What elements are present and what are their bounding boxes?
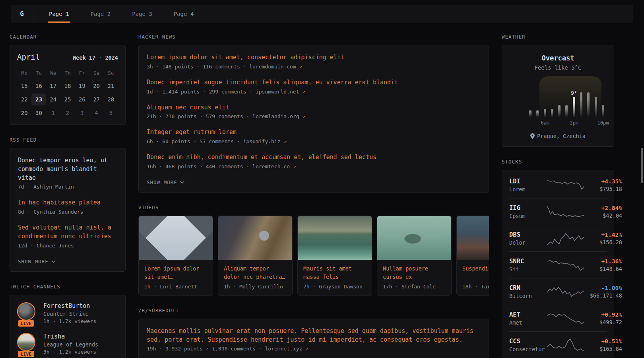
twitch-channel-row[interactable]: LIVEForrestBurtonCounter-Strike1h · 1.7k… bbox=[17, 302, 118, 324]
stock-row[interactable]: CCSConsectetur+0.51%$165.84 bbox=[509, 331, 607, 358]
weather-bars: 9° bbox=[529, 84, 604, 117]
video-title[interactable]: Aliquam tempor dolor nec pharetra… bbox=[224, 265, 287, 281]
hackernews-show-more-button[interactable]: SHOW MORE bbox=[147, 179, 184, 185]
video-title[interactable]: Mauris sit amet massa felis bbox=[303, 265, 366, 281]
twitch-avatar-wrap: LIVE bbox=[17, 302, 37, 324]
stock-name: Lorem bbox=[509, 186, 543, 193]
stock-row[interactable]: LDILorem+4.35%$795.18 bbox=[509, 172, 607, 198]
stock-identity: SNRCSit bbox=[509, 258, 543, 272]
stock-identity: LDILorem bbox=[509, 178, 543, 193]
stock-row[interactable]: DBSDolor+1.42%$156.28 bbox=[509, 225, 607, 251]
tab-page-3[interactable]: Page 3 bbox=[121, 5, 163, 23]
tab-page-1[interactable]: Page 1 bbox=[38, 5, 80, 23]
calendar-date[interactable]: 4 bbox=[89, 107, 103, 119]
calendar-date[interactable]: 26 bbox=[75, 93, 89, 105]
feed-item-title[interactable]: In hac habitasse platea bbox=[18, 198, 117, 207]
video-meta: 7h · Grayson Dawson bbox=[303, 284, 366, 290]
video-title[interactable]: Nullam posuere cursus ex bbox=[383, 265, 446, 281]
calendar-date[interactable]: 27 bbox=[89, 93, 103, 105]
stock-change: +4.35% bbox=[588, 178, 622, 185]
stock-change: +1.36% bbox=[588, 258, 622, 265]
rss-show-more-button[interactable]: SHOW MORE bbox=[18, 259, 56, 265]
calendar-date[interactable]: 1 bbox=[46, 107, 60, 119]
calendar-date[interactable]: 18 bbox=[60, 80, 75, 92]
video-title[interactable]: Lorem ipsum dolor sit amet consectetu… bbox=[144, 265, 207, 281]
calendar-date[interactable]: 24 bbox=[46, 93, 60, 105]
twitch-channel-name[interactable]: Trisha bbox=[43, 333, 98, 340]
stock-row[interactable]: IIGIpsum+2.84%$42.04 bbox=[509, 198, 607, 225]
feed-item-title[interactable]: Donec tempor eros leo, ut commodo mauris… bbox=[18, 156, 117, 182]
page-scrollbar-thumb[interactable] bbox=[641, 148, 643, 183]
feed-item-title[interactable]: Donec imperdiet augue tincidunt felis al… bbox=[147, 78, 481, 87]
tab-page-4[interactable]: Page 4 bbox=[163, 5, 205, 23]
weather-section: WEATHER Overcast Feels like 5°C 9° 6am2p… bbox=[502, 34, 614, 147]
external-link-icon: ↗ bbox=[283, 138, 287, 144]
feed-item-title[interactable]: Aliquam nec cursus elit bbox=[147, 103, 481, 112]
calendar-date[interactable]: 2 bbox=[60, 107, 75, 119]
stocks-widget: LDILorem+4.35%$795.18IIGIpsum+2.84%$42.0… bbox=[502, 170, 614, 358]
live-badge: LIVE bbox=[18, 351, 34, 357]
calendar-date[interactable]: 15 bbox=[17, 80, 31, 92]
stock-identity: DBSDolor bbox=[509, 231, 543, 246]
video-meta: 17h · Stefan Cole bbox=[383, 284, 446, 290]
calendar-date[interactable]: 25 bbox=[60, 93, 75, 105]
stock-row[interactable]: CRNBitcorn-1.00%$66,171.48 bbox=[509, 278, 607, 305]
page-tabs: Page 1Page 2Page 3Page 4 bbox=[33, 5, 204, 23]
weather-bar bbox=[558, 105, 561, 117]
video-card[interactable]: Aliquam tempor dolor nec pharetra…1h · M… bbox=[218, 216, 293, 296]
calendar-date[interactable]: 3 bbox=[75, 107, 89, 119]
feed-item-title[interactable]: Maecenas mollis pulvinar erat non posuer… bbox=[147, 327, 481, 344]
calendar-date[interactable]: 20 bbox=[89, 80, 103, 92]
subreddit-widget: Maecenas mollis pulvinar erat non posuer… bbox=[138, 319, 489, 358]
feed-item-title[interactable]: Donec enim nibh, condimentum et accumsan… bbox=[147, 153, 481, 162]
twitch-channel-row[interactable]: LIVETrishaLeague of Legends3h · 1.2k vie… bbox=[17, 333, 118, 355]
calendar-date[interactable]: 5 bbox=[104, 107, 118, 119]
feed-item-title[interactable]: Lorem ipsum dolor sit amet, consectetur … bbox=[147, 53, 481, 62]
weather-bar-column: 9° bbox=[573, 97, 575, 117]
stock-name: Dolor bbox=[509, 239, 543, 246]
app-logo[interactable]: G bbox=[11, 5, 33, 23]
weather-bar-column bbox=[602, 105, 604, 117]
calendar-date[interactable]: 21 bbox=[104, 80, 118, 92]
calendar-date[interactable]: 16 bbox=[31, 80, 46, 92]
stock-price: $165.84 bbox=[588, 346, 622, 352]
external-link-icon: ↗ bbox=[302, 113, 305, 119]
stock-row[interactable]: AETAmet+0.92%$499.72 bbox=[509, 305, 607, 331]
video-thumbnail bbox=[139, 216, 213, 260]
weather-bar bbox=[565, 105, 568, 117]
video-title[interactable]: Suspendisse diam bbox=[462, 265, 489, 281]
video-card[interactable]: Mauris sit amet massa felis7h · Grayson … bbox=[297, 216, 372, 296]
feed-item-title[interactable]: Integer eget rutrum lorem bbox=[147, 128, 481, 137]
weather-bar-column bbox=[558, 105, 561, 117]
video-card[interactable]: Suspendisse diam18h · Tara bbox=[456, 216, 489, 296]
calendar-date[interactable]: 19 bbox=[75, 80, 89, 92]
calendar-date[interactable]: 23 bbox=[31, 93, 46, 105]
stock-row[interactable]: SNRCSit+1.36%$148.64 bbox=[509, 251, 607, 278]
twitch-channel-category: League of Legends bbox=[43, 341, 98, 348]
tab-page-2[interactable]: Page 2 bbox=[80, 5, 122, 23]
weather-feels-like: Feels like 5°C bbox=[509, 64, 607, 71]
calendar-date[interactable]: 28 bbox=[104, 93, 118, 105]
stock-sparkline bbox=[547, 177, 584, 193]
twitch-avatar-wrap: LIVE bbox=[17, 333, 37, 355]
twitch-widget: LIVEForrestBurtonCounter-Strike1h · 1.7k… bbox=[10, 295, 126, 358]
calendar-grid: MoTuWeThFrSaSu15161718192021222324252627… bbox=[17, 68, 118, 119]
calendar-section: CALENDAR April Week 17 · 2024 MoTuWeThFr… bbox=[10, 34, 126, 125]
video-card[interactable]: Lorem ipsum dolor sit amet consectetu…1h… bbox=[138, 216, 213, 296]
calendar-date[interactable]: 29 bbox=[17, 107, 31, 119]
stock-name: Ipsum bbox=[509, 213, 543, 219]
calendar-day-name: Sa bbox=[89, 68, 103, 78]
twitch-channel-name[interactable]: ForrestBurton bbox=[43, 302, 96, 309]
weather-section-title: WEATHER bbox=[502, 34, 614, 40]
calendar-date[interactable]: 22 bbox=[17, 93, 31, 105]
video-card[interactable]: Nullam posuere cursus ex17h · Stefan Col… bbox=[377, 216, 452, 296]
center-column: HACKER NEWS Lorem ipsum dolor sit amet, … bbox=[138, 34, 489, 358]
weather-bar-column bbox=[587, 92, 590, 117]
weather-bar bbox=[602, 105, 604, 117]
stock-change: +0.51% bbox=[588, 338, 622, 344]
weather-bar bbox=[595, 97, 597, 117]
feed-item-title[interactable]: Sed volutpat nulla nisl, a condimentum n… bbox=[18, 224, 117, 241]
calendar-date[interactable]: 17 bbox=[46, 80, 60, 92]
weather-hour-label: 6am bbox=[541, 120, 549, 126]
calendar-date[interactable]: 30 bbox=[31, 107, 46, 119]
